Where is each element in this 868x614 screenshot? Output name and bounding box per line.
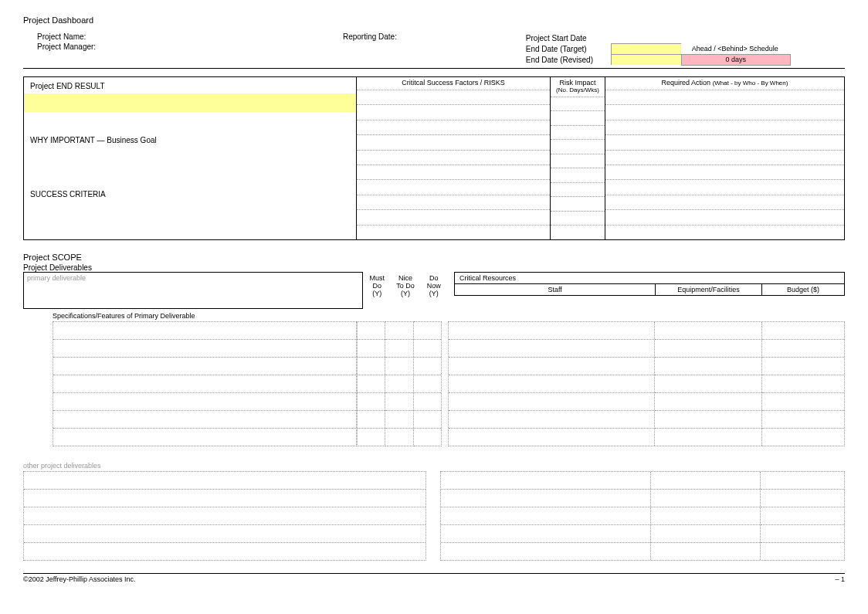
equipment-header: Equipment/Facilities bbox=[655, 284, 761, 295]
critical-resources-header: Critical Resources bbox=[454, 272, 845, 284]
page-number: – 1 bbox=[835, 575, 845, 583]
why-important-label: WHY IMPORTANT — Business Goal bbox=[30, 136, 350, 144]
reporting-date-label: Reporting Date: bbox=[343, 32, 495, 41]
risk-rows[interactable] bbox=[551, 97, 605, 239]
other-deliverables-title: other project deliverables bbox=[23, 462, 845, 470]
project-manager-label: Project Manager: bbox=[37, 42, 312, 51]
csf-rows[interactable] bbox=[357, 90, 550, 239]
spec-mnd-cols[interactable] bbox=[357, 321, 442, 446]
divider bbox=[23, 68, 845, 69]
end-result-label: Project END RESULT bbox=[30, 82, 350, 90]
start-date-label: Project Start Date bbox=[526, 34, 611, 42]
action-sub: (What - by Who - By When) bbox=[713, 80, 788, 87]
end-revised-cell[interactable] bbox=[611, 54, 681, 65]
ahead-behind-label: Ahead / <Behind> Schedule bbox=[681, 45, 789, 53]
footer: ©2002 Jeffrey-Phillip Associates Inc. – … bbox=[23, 573, 845, 583]
spec-features-col[interactable] bbox=[53, 321, 357, 446]
nice-todo-header: NiceTo Do(Y) bbox=[392, 275, 420, 298]
other-deliverables-grid bbox=[23, 471, 845, 561]
project-name-label: Project Name: bbox=[37, 32, 312, 41]
section-scope-top: primary deliverable MustDo(Y) NiceTo Do(… bbox=[23, 272, 845, 309]
other-left-box[interactable] bbox=[23, 471, 426, 561]
deliverables-label: Project Deliverables bbox=[23, 263, 845, 272]
primary-deliverable-box[interactable]: primary deliverable bbox=[23, 272, 363, 309]
scope-title: Project SCOPE bbox=[23, 253, 845, 262]
spec-title: Specifications/Features of Primary Deliv… bbox=[53, 312, 845, 320]
must-do-header: MustDo(Y) bbox=[363, 275, 392, 298]
page-title: Project Dashboard bbox=[23, 15, 845, 25]
section-end-result: Project END RESULT WHY IMPORTANT — Busin… bbox=[23, 76, 845, 240]
action-header: Required Action bbox=[662, 79, 711, 87]
budget-header: Budget ($) bbox=[761, 284, 844, 295]
spec-resources-cols[interactable] bbox=[448, 321, 845, 446]
header-block: Project Name: Project Manager: Reporting… bbox=[23, 32, 845, 65]
staff-header: Staff bbox=[455, 284, 655, 295]
other-right-box[interactable] bbox=[440, 471, 845, 561]
end-revised-label: End Date (Revised) bbox=[526, 56, 611, 64]
action-rows[interactable] bbox=[605, 90, 844, 239]
days-value-cell: 0 days bbox=[681, 54, 791, 66]
end-target-cell[interactable] bbox=[611, 43, 681, 54]
csf-header: Crititcal Success Factors / RISKS bbox=[357, 77, 550, 90]
end-target-label: End Date (Target) bbox=[526, 45, 611, 53]
mnd-headers: MustDo(Y) NiceTo Do(Y) DoNow(Y) bbox=[363, 272, 448, 309]
success-criteria-label: SUCCESS CRITERIA bbox=[30, 190, 350, 198]
spec-grid bbox=[23, 321, 845, 446]
risk-sub: (No. Days/Wks) bbox=[552, 87, 603, 94]
copyright: ©2002 Jeffrey-Phillip Associates Inc. bbox=[23, 575, 136, 583]
do-now-header: DoNow(Y) bbox=[419, 275, 448, 298]
end-result-input[interactable] bbox=[24, 93, 356, 112]
